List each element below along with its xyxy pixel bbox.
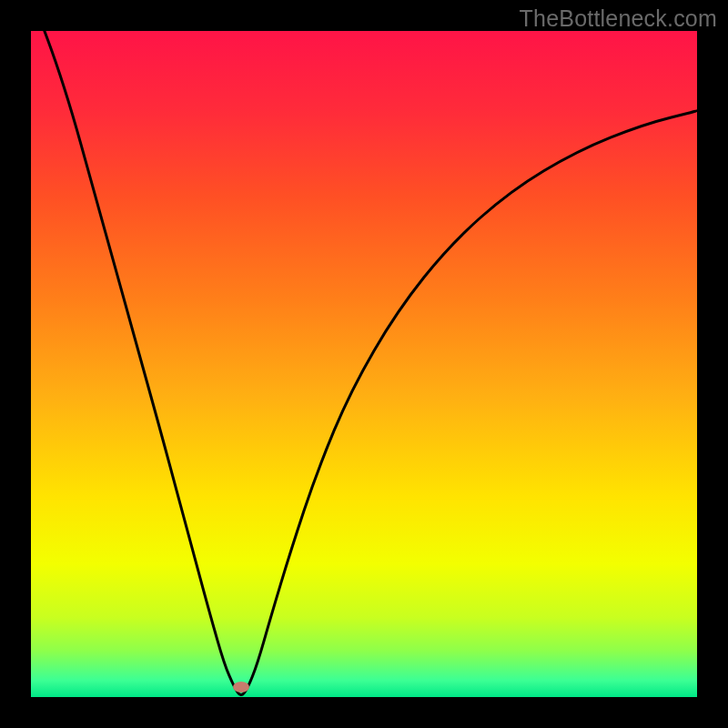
- plot-area: [31, 31, 697, 697]
- bottleneck-curve: [31, 31, 697, 695]
- curve-layer: [31, 31, 697, 697]
- watermark-label: TheBottleneck.com: [520, 5, 717, 32]
- optimum-marker: [233, 682, 249, 693]
- chart-frame: TheBottleneck.com: [0, 0, 728, 728]
